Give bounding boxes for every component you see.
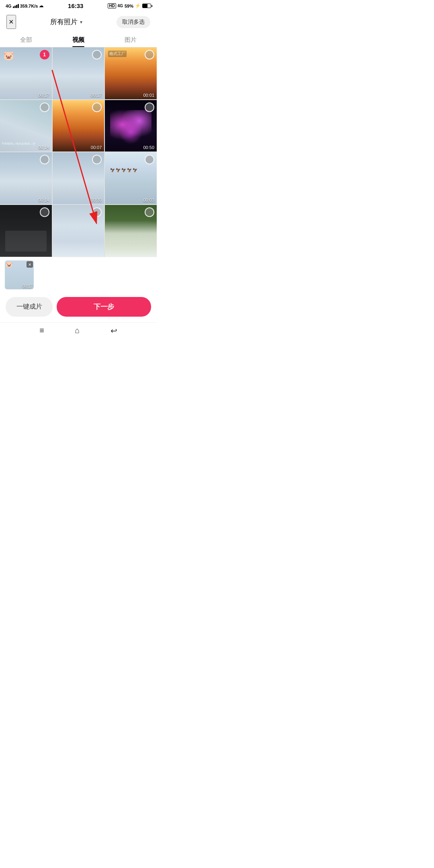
- select-circle-7[interactable]: [40, 155, 49, 164]
- remove-selected-1[interactable]: ✕: [27, 261, 33, 268]
- duration-3: 00:01: [143, 93, 154, 98]
- select-circle-1[interactable]: 1: [40, 50, 49, 59]
- duration-8: 00:30: [91, 198, 102, 203]
- select-circle-4[interactable]: [40, 102, 49, 112]
- media-cell-1[interactable]: 🐷 00:17 1: [0, 47, 52, 99]
- cloud-icon: ☁: [39, 3, 43, 8]
- select-circle-3[interactable]: [145, 50, 154, 59]
- hd-label: HD: [108, 3, 116, 8]
- tabs-bar: 全部 视频 图片: [0, 32, 157, 47]
- home-indicator-bar: ≡ ⌂ ↩: [0, 322, 157, 340]
- chevron-down-icon: ▾: [80, 19, 82, 25]
- duration-9: 00:03: [143, 198, 154, 203]
- back-icon[interactable]: ↩: [111, 326, 117, 336]
- bottom-bar: 一键成片 下一步: [0, 293, 157, 322]
- tab-all[interactable]: 全部: [0, 32, 52, 47]
- bolt-icon: ⚡: [135, 3, 141, 8]
- media-cell-12[interactable]: [105, 205, 157, 257]
- media-cell-4[interactable]: 00:14 平和情鸿—纯何必情牵—些: [0, 100, 52, 152]
- media-cell-3[interactable]: 格式工厂 00:01: [105, 47, 157, 99]
- status-bar: 4G 359.7K/s ☁ 16:33 HD 4G 59% ⚡: [0, 0, 157, 11]
- selected-items-bar: 🐷 00:17 ✕: [0, 257, 157, 293]
- media-cell-9[interactable]: 🦅🦅🦅🦅🦅 00:03: [105, 152, 157, 204]
- time-label: 16:33: [68, 2, 83, 9]
- menu-icon[interactable]: ≡: [39, 326, 44, 335]
- media-cell-5[interactable]: 00:07: [53, 100, 104, 152]
- select-circle-6[interactable]: [145, 102, 154, 112]
- battery-percent: 59%: [125, 4, 133, 8]
- select-circle-5[interactable]: [92, 102, 102, 112]
- battery-icon: [142, 4, 151, 8]
- watermark-3: 格式工厂: [108, 51, 127, 57]
- next-step-button[interactable]: 下一步: [57, 297, 151, 317]
- pig-emoji-1: 🐷: [3, 51, 14, 61]
- duration-4: 00:14: [38, 145, 49, 150]
- media-cell-10[interactable]: [0, 205, 52, 257]
- status-left: 4G 359.7K/s ☁: [6, 3, 43, 8]
- tab-video[interactable]: 视频: [52, 32, 104, 47]
- album-title-label: 所有照片: [50, 17, 78, 27]
- duration-7: 00:14: [38, 198, 49, 203]
- tab-photo[interactable]: 图片: [104, 32, 157, 47]
- speed-label: 359.7K/s: [20, 4, 38, 8]
- media-cell-6[interactable]: 00:50: [105, 100, 157, 152]
- auto-create-button[interactable]: 一键成片: [6, 297, 53, 317]
- media-cell-8[interactable]: 00:30: [53, 152, 104, 204]
- media-cell-2[interactable]: 00:17: [53, 47, 104, 99]
- carrier-label: 4G: [6, 4, 12, 8]
- album-title-group[interactable]: 所有照片 ▾: [50, 17, 82, 27]
- selected-duration-1: 00:17: [23, 284, 33, 289]
- signal-bars: [13, 4, 19, 8]
- 4g-icon: 4G: [118, 4, 123, 8]
- duration-5: 00:07: [91, 145, 102, 150]
- selected-item-1: 🐷 00:17 ✕: [5, 260, 34, 289]
- media-cell-11[interactable]: [53, 205, 104, 257]
- media-cell-7[interactable]: 00:14: [0, 152, 52, 204]
- status-right: HD 4G 59% ⚡: [108, 3, 151, 8]
- media-grid-wrapper: 🐷 00:17 1 00:17 格式工厂 00:01 00:14 平和情鸿—纯何…: [0, 47, 157, 257]
- select-circle-12[interactable]: [145, 207, 154, 217]
- duration-6: 00:50: [143, 145, 154, 150]
- pig-emoji-selected: 🐷: [6, 261, 12, 268]
- home-icon[interactable]: ⌂: [75, 326, 80, 335]
- top-nav: × 所有照片 ▾ 取消多选: [0, 11, 157, 32]
- media-grid: 🐷 00:17 1 00:17 格式工厂 00:01 00:14 平和情鸿—纯何…: [0, 47, 157, 257]
- duration-2: 00:17: [91, 93, 102, 98]
- select-circle-10[interactable]: [40, 207, 49, 217]
- subtitle-4: 平和情鸿—纯何必情牵—些: [2, 142, 35, 146]
- multi-select-button[interactable]: 取消多选: [117, 16, 150, 28]
- close-button[interactable]: ×: [6, 15, 16, 29]
- duration-1: 00:17: [38, 93, 49, 98]
